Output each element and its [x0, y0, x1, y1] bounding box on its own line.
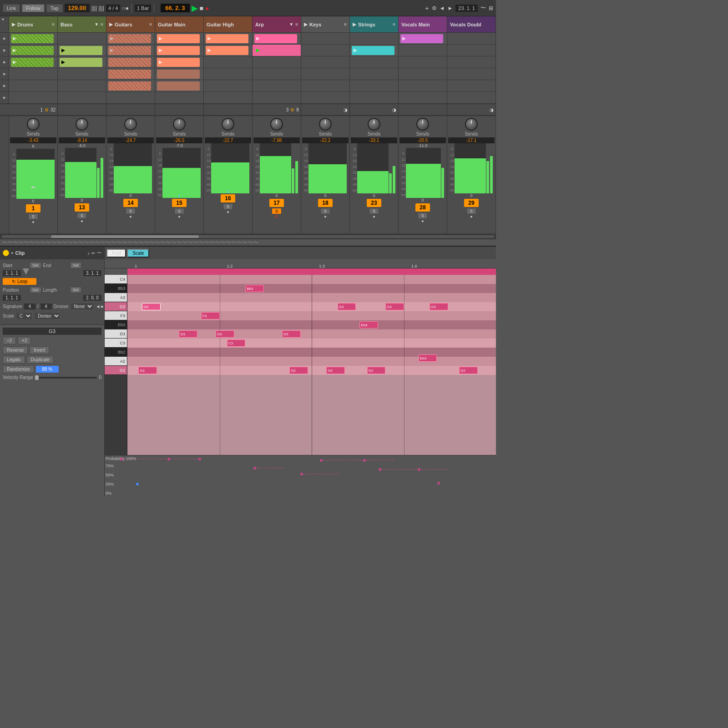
guitar-main-clip-2[interactable] — [155, 45, 203, 56]
guitar-high-s-button[interactable]: S — [223, 203, 233, 210]
note-g3-2[interactable]: G3 — [338, 303, 356, 310]
scale-tab[interactable]: Scale — [127, 249, 149, 258]
key-g2[interactable]: G2 — [105, 366, 127, 375]
scene-launch-5[interactable]: ▶ — [0, 80, 9, 92]
bass-sends-knob[interactable] — [76, 118, 88, 131]
drums-clip-3[interactable] — [9, 56, 57, 68]
guitars-clip-6[interactable] — [106, 92, 155, 104]
guitars-clip-3[interactable] — [106, 56, 155, 68]
prob-dot-5[interactable] — [300, 473, 303, 475]
guitar-main-fader[interactable] — [162, 148, 201, 198]
guitar-high-clip-5[interactable] — [204, 80, 252, 92]
arp-clip-1[interactable] — [253, 33, 301, 45]
note-bb3-1[interactable]: Bb3 — [245, 285, 264, 292]
prob-dot-8[interactable] — [379, 468, 381, 471]
note-f3-1[interactable]: F3 — [201, 312, 220, 319]
strings-clip-1[interactable] — [350, 33, 398, 45]
groove-arrows[interactable]: ◄► — [96, 304, 105, 309]
fold-arrow-keys[interactable]: ▶ — [304, 22, 308, 27]
bass-clip-5[interactable] — [58, 80, 106, 92]
key-bb2[interactable]: Bb2 — [105, 348, 127, 357]
guitars-clip-5[interactable] — [106, 80, 155, 92]
time-signature[interactable]: 4 / 4 — [106, 5, 120, 12]
scale-key-select[interactable]: C — [16, 312, 32, 320]
note-d3-2[interactable]: D3 — [216, 330, 234, 338]
vocals-main-clip-3[interactable] — [399, 56, 447, 68]
note-eb3-1[interactable]: Eb3 — [359, 321, 378, 329]
end-set-btn[interactable]: Set — [70, 262, 82, 268]
stop-button[interactable]: ■ — [200, 5, 203, 12]
note-g2-2[interactable]: G2 — [289, 367, 308, 374]
loop-button[interactable]: ↻ Loop — [3, 278, 36, 285]
prob-dot-3[interactable] — [198, 458, 201, 460]
fold-arrow-drums[interactable]: ▶ — [12, 22, 15, 27]
key-d3[interactable]: D3 — [105, 329, 127, 339]
keys-s-button[interactable]: S — [320, 208, 330, 214]
keys-clip-1[interactable] — [301, 33, 349, 45]
bass-clip-6[interactable] — [58, 92, 106, 104]
keys-sends-knob[interactable] — [319, 118, 332, 131]
vocals-main-clip-6[interactable] — [399, 92, 447, 104]
prob-dot-4[interactable] — [253, 467, 256, 470]
back-icon[interactable]: ◄ — [440, 5, 445, 11]
vocals-main-sends-knob[interactable] — [416, 118, 429, 131]
note-g2-4[interactable]: G2 — [367, 367, 386, 374]
note-g3-4[interactable]: G3 — [430, 303, 448, 310]
guitar-main-clip-5[interactable] — [155, 80, 203, 92]
sig-den[interactable]: 4 — [40, 303, 52, 309]
bass-options-icon[interactable]: ≡ — [101, 22, 103, 27]
groove-select[interactable]: None — [70, 303, 94, 310]
note-d3-1[interactable]: D3 — [179, 330, 197, 338]
guitar-high-clip-2[interactable] — [204, 45, 252, 56]
guitars-options-icon[interactable]: ≡ — [149, 22, 152, 27]
vocals-doubl-clip-2[interactable] — [447, 45, 495, 56]
scene-launch-1[interactable]: ▶ — [0, 33, 9, 45]
note-g3-3[interactable]: G3 — [385, 303, 404, 310]
keys-clip-5[interactable] — [301, 80, 349, 92]
note-g2-5[interactable]: G2 — [459, 367, 478, 374]
link-button[interactable]: Link — [3, 4, 20, 12]
strings-clip-2[interactable] — [350, 45, 398, 56]
vocals-main-clip-5[interactable] — [399, 80, 447, 92]
scene-launch-6[interactable]: ▶ — [0, 92, 9, 104]
scene-launch-4[interactable]: ▶ — [0, 68, 9, 80]
note-eb3-2[interactable]: Eb3 — [419, 354, 437, 362]
strings-s-button[interactable]: S — [369, 208, 379, 214]
note-d3-3[interactable]: D3 — [282, 330, 301, 338]
guitar-main-clip-1[interactable] — [155, 33, 203, 45]
note-grid[interactable]: G3 G2 D3 F3 D3 C3 Bb3 D3 — [127, 275, 496, 455]
tap-button[interactable]: Tap — [46, 4, 63, 12]
strings-fader[interactable] — [357, 143, 389, 193]
guitar-high-clip-1[interactable] — [204, 33, 252, 45]
fold-arrow-strings[interactable]: ▶ — [353, 22, 356, 27]
vocals-main-clip-2[interactable] — [399, 45, 447, 56]
automation-icon[interactable]: ⚙ — [432, 5, 437, 11]
legato-button[interactable]: Legato — [3, 356, 25, 364]
vocals-doubl-sends-knob[interactable] — [465, 118, 478, 131]
keys-clip-3[interactable] — [301, 56, 349, 68]
keys-fader[interactable] — [308, 143, 347, 193]
arp-s-button[interactable]: S — [272, 208, 282, 214]
strings-clip-3[interactable] — [350, 56, 398, 68]
sig-num[interactable]: 4 — [24, 303, 35, 309]
scene-launch-2[interactable]: ▶ — [0, 45, 9, 56]
key-a3[interactable]: A3 — [105, 293, 127, 302]
note-g2-3[interactable]: G2 — [326, 367, 345, 374]
arp-sends-knob[interactable] — [270, 118, 283, 131]
prob-dot-7[interactable] — [363, 459, 366, 462]
arp-clip-5[interactable] — [253, 80, 301, 92]
drums-clip-5[interactable] — [9, 80, 57, 92]
guitar-main-sends-knob[interactable] — [173, 118, 186, 131]
bass-clip-2[interactable] — [58, 45, 106, 56]
invert-button[interactable]: Invert — [30, 346, 49, 354]
vocals-doubl-fader[interactable] — [455, 143, 486, 193]
drums-fader[interactable] — [16, 149, 55, 199]
fold-tab[interactable]: Fold — [106, 249, 126, 258]
key-g3[interactable]: G3 — [105, 302, 127, 311]
guitar-main-clip-6[interactable] — [155, 92, 203, 104]
drums-options-icon[interactable]: ≡ — [52, 22, 55, 27]
guitar-high-clip-6[interactable] — [204, 92, 252, 104]
prob-dot-2[interactable] — [167, 458, 170, 460]
bass-s-button[interactable]: S — [77, 212, 87, 219]
forward-icon[interactable]: ► — [447, 5, 453, 11]
